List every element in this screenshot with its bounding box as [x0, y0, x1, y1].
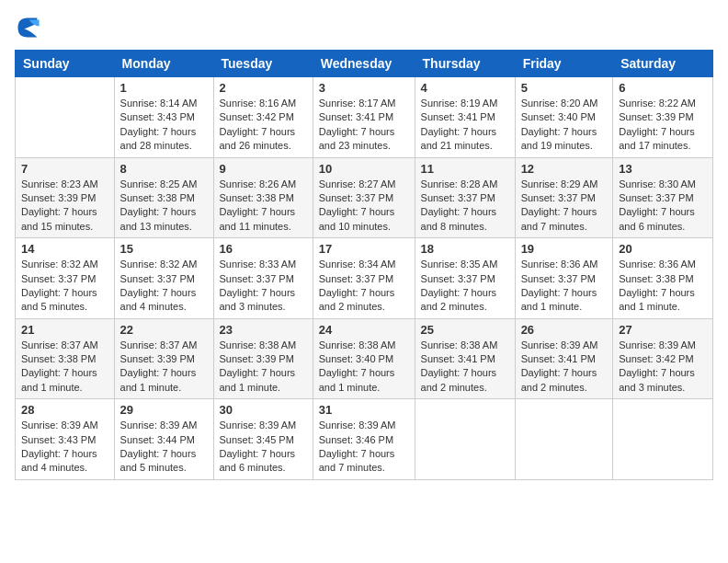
day-number: 26 — [521, 323, 608, 337]
day-number: 2 — [220, 81, 307, 95]
calendar-cell: 7Sunrise: 8:23 AM Sunset: 3:39 PM Daylig… — [16, 157, 115, 238]
cell-content: Sunrise: 8:38 AM Sunset: 3:40 PM Dayligh… — [319, 339, 409, 396]
calendar-cell: 29Sunrise: 8:39 AM Sunset: 3:44 PM Dayli… — [114, 399, 213, 480]
cell-content: Sunrise: 8:33 AM Sunset: 3:37 PM Dayligh… — [220, 258, 307, 315]
day-number: 22 — [120, 323, 208, 337]
calendar-week-1: 1Sunrise: 8:14 AM Sunset: 3:43 PM Daylig… — [16, 77, 713, 158]
header-row: SundayMondayTuesdayWednesdayThursdayFrid… — [16, 51, 713, 77]
day-number: 4 — [421, 81, 509, 95]
cell-content: Sunrise: 8:26 AM Sunset: 3:38 PM Dayligh… — [220, 178, 307, 235]
cell-content: Sunrise: 8:39 AM Sunset: 3:42 PM Dayligh… — [619, 339, 707, 396]
day-number: 1 — [120, 81, 208, 95]
day-number: 20 — [619, 242, 707, 256]
calendar-cell: 22Sunrise: 8:37 AM Sunset: 3:39 PM Dayli… — [114, 318, 213, 399]
calendar-cell: 9Sunrise: 8:26 AM Sunset: 3:38 PM Daylig… — [213, 157, 313, 238]
calendar-cell: 14Sunrise: 8:32 AM Sunset: 3:37 PM Dayli… — [16, 238, 115, 319]
calendar-cell — [16, 77, 115, 158]
calendar-cell: 3Sunrise: 8:17 AM Sunset: 3:41 PM Daylig… — [313, 77, 415, 158]
day-number: 12 — [521, 162, 608, 176]
day-number: 18 — [421, 242, 509, 256]
cell-content: Sunrise: 8:39 AM Sunset: 3:43 PM Dayligh… — [21, 419, 108, 476]
header-day-monday: Monday — [114, 51, 213, 77]
calendar-cell: 18Sunrise: 8:35 AM Sunset: 3:37 PM Dayli… — [415, 238, 515, 319]
day-number: 29 — [120, 403, 208, 417]
header-day-saturday: Saturday — [613, 51, 713, 77]
day-number: 17 — [319, 242, 409, 256]
cell-content: Sunrise: 8:38 AM Sunset: 3:41 PM Dayligh… — [421, 339, 509, 396]
day-number: 7 — [21, 162, 108, 176]
cell-content: Sunrise: 8:14 AM Sunset: 3:43 PM Dayligh… — [120, 97, 208, 154]
cell-content: Sunrise: 8:25 AM Sunset: 3:38 PM Dayligh… — [120, 178, 208, 235]
calendar-cell: 15Sunrise: 8:32 AM Sunset: 3:37 PM Dayli… — [114, 238, 213, 319]
calendar-cell: 12Sunrise: 8:29 AM Sunset: 3:37 PM Dayli… — [515, 157, 613, 238]
calendar-cell: 10Sunrise: 8:27 AM Sunset: 3:37 PM Dayli… — [313, 157, 415, 238]
calendar-cell: 5Sunrise: 8:20 AM Sunset: 3:40 PM Daylig… — [515, 77, 613, 158]
day-number: 31 — [319, 403, 409, 417]
day-number: 5 — [521, 81, 608, 95]
cell-content: Sunrise: 8:39 AM Sunset: 3:45 PM Dayligh… — [220, 419, 307, 476]
day-number: 9 — [220, 162, 307, 176]
day-number: 8 — [120, 162, 208, 176]
calendar-week-3: 14Sunrise: 8:32 AM Sunset: 3:37 PM Dayli… — [16, 238, 713, 319]
cell-content: Sunrise: 8:32 AM Sunset: 3:37 PM Dayligh… — [120, 258, 208, 315]
calendar-cell: 4Sunrise: 8:19 AM Sunset: 3:41 PM Daylig… — [415, 77, 515, 158]
day-number: 16 — [220, 242, 307, 256]
calendar-cell: 21Sunrise: 8:37 AM Sunset: 3:38 PM Dayli… — [16, 318, 115, 399]
cell-content: Sunrise: 8:16 AM Sunset: 3:42 PM Dayligh… — [220, 97, 307, 154]
day-number: 10 — [319, 162, 409, 176]
calendar-week-2: 7Sunrise: 8:23 AM Sunset: 3:39 PM Daylig… — [16, 157, 713, 238]
day-number: 13 — [619, 162, 707, 176]
logo-icon — [15, 15, 40, 40]
calendar-week-5: 28Sunrise: 8:39 AM Sunset: 3:43 PM Dayli… — [16, 399, 713, 480]
cell-content: Sunrise: 8:36 AM Sunset: 3:37 PM Dayligh… — [521, 258, 608, 315]
cell-content: Sunrise: 8:35 AM Sunset: 3:37 PM Dayligh… — [421, 258, 509, 315]
header-day-wednesday: Wednesday — [313, 51, 415, 77]
day-number: 14 — [21, 242, 108, 256]
calendar-cell: 1Sunrise: 8:14 AM Sunset: 3:43 PM Daylig… — [114, 77, 213, 158]
day-number: 24 — [319, 323, 409, 337]
calendar-cell: 23Sunrise: 8:38 AM Sunset: 3:39 PM Dayli… — [213, 318, 313, 399]
calendar-cell: 31Sunrise: 8:39 AM Sunset: 3:46 PM Dayli… — [313, 399, 415, 480]
calendar-cell — [613, 399, 713, 480]
calendar-cell: 11Sunrise: 8:28 AM Sunset: 3:37 PM Dayli… — [415, 157, 515, 238]
header-day-thursday: Thursday — [415, 51, 515, 77]
day-number: 6 — [619, 81, 707, 95]
calendar-cell: 16Sunrise: 8:33 AM Sunset: 3:37 PM Dayli… — [213, 238, 313, 319]
cell-content: Sunrise: 8:19 AM Sunset: 3:41 PM Dayligh… — [421, 97, 509, 154]
day-number: 3 — [319, 81, 409, 95]
calendar-week-4: 21Sunrise: 8:37 AM Sunset: 3:38 PM Dayli… — [16, 318, 713, 399]
calendar-cell: 2Sunrise: 8:16 AM Sunset: 3:42 PM Daylig… — [213, 77, 313, 158]
calendar-cell: 20Sunrise: 8:36 AM Sunset: 3:38 PM Dayli… — [613, 238, 713, 319]
day-number: 30 — [220, 403, 307, 417]
cell-content: Sunrise: 8:29 AM Sunset: 3:37 PM Dayligh… — [521, 178, 608, 235]
calendar-cell: 8Sunrise: 8:25 AM Sunset: 3:38 PM Daylig… — [114, 157, 213, 238]
cell-content: Sunrise: 8:38 AM Sunset: 3:39 PM Dayligh… — [220, 339, 307, 396]
calendar-cell: 19Sunrise: 8:36 AM Sunset: 3:37 PM Dayli… — [515, 238, 613, 319]
cell-content: Sunrise: 8:28 AM Sunset: 3:37 PM Dayligh… — [421, 178, 509, 235]
cell-content: Sunrise: 8:32 AM Sunset: 3:37 PM Dayligh… — [21, 258, 108, 315]
cell-content: Sunrise: 8:37 AM Sunset: 3:39 PM Dayligh… — [120, 339, 208, 396]
day-number: 27 — [619, 323, 707, 337]
logo — [15, 15, 44, 40]
calendar-cell: 27Sunrise: 8:39 AM Sunset: 3:42 PM Dayli… — [613, 318, 713, 399]
cell-content: Sunrise: 8:30 AM Sunset: 3:37 PM Dayligh… — [619, 178, 707, 235]
calendar-cell: 13Sunrise: 8:30 AM Sunset: 3:37 PM Dayli… — [613, 157, 713, 238]
header-day-friday: Friday — [515, 51, 613, 77]
calendar-cell: 26Sunrise: 8:39 AM Sunset: 3:41 PM Dayli… — [515, 318, 613, 399]
day-number: 19 — [521, 242, 608, 256]
calendar-cell: 24Sunrise: 8:38 AM Sunset: 3:40 PM Dayli… — [313, 318, 415, 399]
calendar-table: SundayMondayTuesdayWednesdayThursdayFrid… — [15, 50, 713, 480]
header-day-sunday: Sunday — [16, 51, 115, 77]
day-number: 15 — [120, 242, 208, 256]
day-number: 23 — [220, 323, 307, 337]
cell-content: Sunrise: 8:27 AM Sunset: 3:37 PM Dayligh… — [319, 178, 409, 235]
cell-content: Sunrise: 8:20 AM Sunset: 3:40 PM Dayligh… — [521, 97, 608, 154]
day-number: 21 — [21, 323, 108, 337]
cell-content: Sunrise: 8:17 AM Sunset: 3:41 PM Dayligh… — [319, 97, 409, 154]
calendar-cell: 17Sunrise: 8:34 AM Sunset: 3:37 PM Dayli… — [313, 238, 415, 319]
day-number: 25 — [421, 323, 509, 337]
day-number: 28 — [21, 403, 108, 417]
page-header — [15, 15, 713, 40]
calendar-cell: 6Sunrise: 8:22 AM Sunset: 3:39 PM Daylig… — [613, 77, 713, 158]
calendar-body: 1Sunrise: 8:14 AM Sunset: 3:43 PM Daylig… — [16, 77, 713, 480]
